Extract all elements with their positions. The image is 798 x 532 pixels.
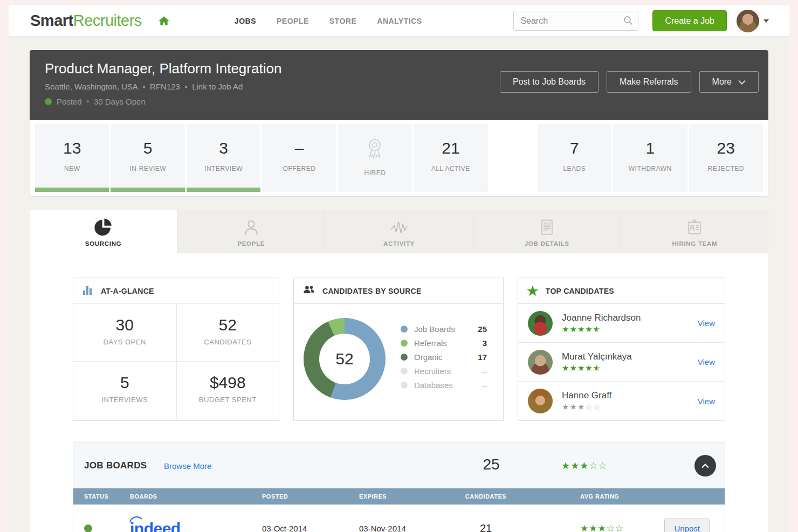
legend-referrals: Referrals3 [401,338,487,348]
chevron-down-icon [763,19,769,23]
job-detail-card: SOURCING PEOPLE ACTIVITY JOB DETAILS [30,210,768,532]
collapse-panel-button[interactable] [694,455,716,476]
brand-part2: Recruiters [73,12,142,29]
candidate-row: Joanne Richardson★★★★☆★ View [518,304,725,343]
panel-title: AT-A-GLANCE [101,287,154,295]
indeed-arc-icon [129,516,143,523]
unpost-button[interactable]: Unpost [664,519,710,532]
nav-item-people[interactable]: PEOPLE [277,17,309,25]
pie-chart-icon [93,217,114,238]
more-button[interactable]: More [699,71,759,93]
people-group-icon [302,285,315,297]
board-rating-stars: ★★★☆☆ [532,523,648,532]
board-status-dot [84,524,92,532]
sourcing-content: AT-A-GLANCE 30DAYS OPEN 52CANDIDATES 5IN… [30,253,768,532]
chevron-up-icon [701,464,709,468]
chevron-down-icon [738,80,746,85]
status-dot [45,98,52,105]
col-avg-rating: AVG RATING [532,493,648,500]
job-boards-avg-rating-stars: ★★★☆☆ [561,460,608,472]
tab-activity[interactable]: ACTIVITY [325,210,472,253]
tab-hiring-team[interactable]: HIRING TEAM [621,210,768,253]
activity-waveform-icon [389,217,409,238]
make-referrals-button[interactable]: Make Referrals [607,71,691,93]
stat-all-active[interactable]: 21ALL ACTIVE [414,124,487,192]
person-icon [242,217,261,238]
col-expires: EXPIRES [359,493,440,500]
job-boards-total-candidates: 25 [475,456,507,473]
job-status: Posted [57,97,82,106]
top-nav: SmartRecruiters JOBS PEOPLE STORE ANALYT… [9,5,789,37]
source-legend: Job Boards25 Referrals3 Organic17 Recrui… [401,324,487,400]
legend-recruiters: Recruiters– [401,367,487,376]
view-candidate-link[interactable]: View [698,319,715,328]
candidate-rating-stars: ★★★★☆★ [562,324,698,334]
tab-job-details[interactable]: JOB DETAILS [473,210,621,253]
brand-logo[interactable]: SmartRecruiters [30,12,142,30]
create-job-button[interactable]: Create a Job [652,10,727,31]
tab-people[interactable]: PEOPLE [177,210,325,253]
post-to-job-boards-button[interactable]: Post to Job Boards [500,71,598,93]
view-candidate-link[interactable]: View [698,397,715,406]
job-ad-link[interactable]: Link to Job Ad [192,82,243,91]
job-ref: RFN123 [150,82,180,91]
nav-item-analytics[interactable]: ANALYTICS [377,17,422,25]
glance-candidates: 52CANDIDATES [176,303,279,362]
pipeline-stats: 13NEW 5IN-REVIEW 3INTERVIEW –OFFERED HIR… [30,120,768,197]
nav-item-jobs[interactable]: JOBS [235,17,256,25]
stat-interview[interactable]: 3INTERVIEW [187,124,260,192]
col-status: STATUS [84,493,130,500]
at-a-glance-panel: AT-A-GLANCE 30DAYS OPEN 52CANDIDATES 5IN… [73,278,279,421]
panel-title: TOP CANDIDATES [546,287,614,295]
job-boards-panel: JOB BOARDS Browse More 25 ★★★☆☆ STATUS B… [73,443,725,532]
glance-budget: $498BUDGET SPENT [176,361,279,419]
candidate-row: Murat Yalçınkaya★★★★☆★ View [518,343,725,382]
col-posted: POSTED [262,493,359,500]
stats-spacer [490,124,536,192]
stat-in-review[interactable]: 5IN-REVIEW [111,124,184,192]
tab-sourcing[interactable]: SOURCING [30,210,177,253]
stat-offered[interactable]: –OFFERED [262,124,336,192]
stat-hired[interactable]: HIRED [338,124,412,192]
search-icon [623,15,634,28]
glance-interviews: 5INTERVIEWS [73,361,176,419]
candidate-row: Hanne Graff★★★☆☆ View [518,382,725,420]
document-icon [537,217,556,238]
stat-new[interactable]: 13NEW [35,124,109,192]
stat-leads[interactable]: 7LEADS [538,124,611,192]
job-location: Seattle, Washington, USA [45,82,138,91]
indeed-logo[interactable]: indeed one search. all jobs. [130,515,262,532]
job-boards-title: JOB BOARDS [84,460,147,471]
job-status-line: Posted•30 Days Open [45,97,759,106]
bar-chart-icon [82,284,94,298]
stat-rejected[interactable]: 23REJECTED [689,124,763,192]
app-background: SmartRecruiters JOBS PEOPLE STORE ANALYT… [9,5,789,532]
user-menu[interactable] [737,10,769,32]
home-icon[interactable] [158,15,170,27]
stat-withdrawn[interactable]: 1WITHDRAWN [613,124,687,192]
star-icon: ★ [527,286,539,296]
user-avatar [737,10,759,32]
nav-item-store[interactable]: STORE [329,17,356,25]
candidate-avatar [528,350,553,375]
candidate-rating-stars: ★★★★☆★ [562,363,698,373]
browse-more-link[interactable]: Browse More [164,461,211,471]
candidate-avatar [528,389,553,413]
search-input[interactable] [513,11,638,31]
col-boards: BOARDS [130,493,262,500]
donut-total: 52 [335,350,353,368]
glance-days-open: 30DAYS OPEN [73,303,176,362]
days-open: 30 Days Open [94,97,146,106]
tab-strip: SOURCING PEOPLE ACTIVITY JOB DETAILS [30,210,768,253]
job-header-actions: Post to Job Boards Make Referrals More [500,71,759,93]
legend-job-boards: Job Boards25 [401,324,487,334]
legend-organic: Organic17 [401,353,487,362]
job-boards-table-header: STATUS BOARDS POSTED EXPIRES CANDIDATES … [73,488,725,505]
candidate-rating-stars: ★★★☆☆ [562,402,698,412]
brand-part1: Smart [30,12,73,29]
candidate-avatar [528,311,553,336]
badge-id-icon [684,217,705,238]
posted-date: 03-Oct-2014 [262,524,359,532]
view-candidate-link[interactable]: View [698,357,715,367]
job-header: Product Manager, Platform Integration Se… [30,50,768,120]
